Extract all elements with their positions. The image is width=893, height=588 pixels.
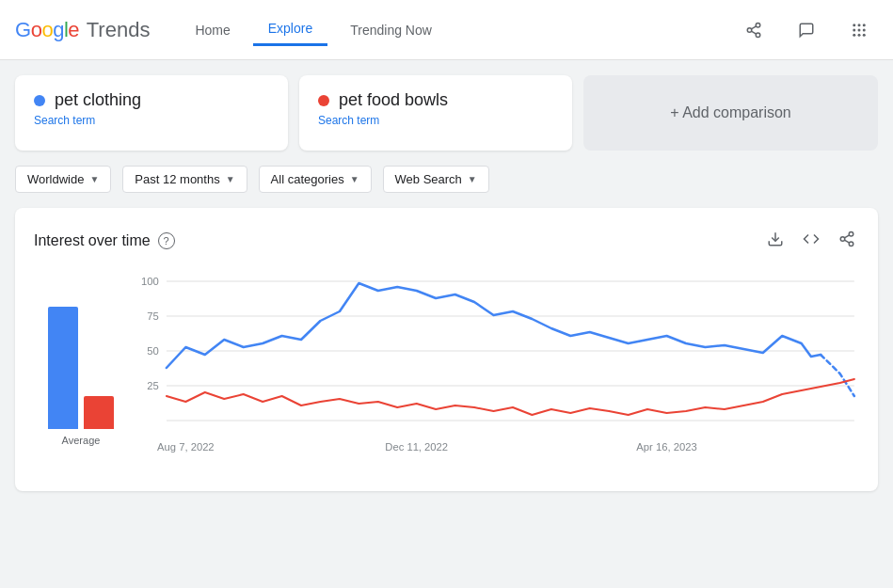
term-label-1: Search term [34, 114, 269, 127]
svg-text:Apr 16, 2023: Apr 16, 2023 [636, 441, 696, 453]
avg-bars-inner [48, 278, 114, 429]
filter-category-label: All categories [271, 172, 344, 186]
dot-blue-1 [34, 95, 45, 106]
svg-point-10 [863, 28, 866, 31]
filter-search-type[interactable]: Web Search ▼ [383, 166, 489, 193]
svg-point-12 [858, 33, 861, 36]
filter-time-label: Past 12 months [135, 172, 219, 186]
svg-point-0 [756, 23, 760, 27]
embed-button[interactable] [799, 227, 823, 255]
svg-text:75: 75 [147, 310, 158, 322]
svg-line-19 [844, 235, 849, 238]
svg-point-6 [858, 24, 861, 26]
svg-text:25: 25 [147, 380, 158, 391]
svg-point-9 [858, 28, 861, 31]
chart-header: Interest over time ? [34, 227, 859, 255]
svg-line-4 [751, 25, 756, 28]
filter-search-type-chevron: ▼ [468, 174, 477, 184]
svg-point-5 [853, 24, 855, 26]
trend-chart-svg: 100 75 50 25 Aug 7, 2022 Dec 11, 2022 Ap… [128, 262, 859, 469]
filter-category[interactable]: All categories ▼ [259, 166, 372, 193]
avg-label: Average [62, 435, 101, 446]
logo-google: Google [15, 18, 79, 42]
add-comparison-label: + Add comparison [670, 104, 791, 121]
apps-icon[interactable] [840, 11, 878, 49]
filter-geo[interactable]: Worldwide ▼ [15, 166, 111, 193]
search-card-header-1: pet clothing [34, 90, 269, 110]
svg-line-18 [844, 240, 849, 243]
svg-text:Dec 11, 2022: Dec 11, 2022 [385, 441, 448, 453]
download-button[interactable] [763, 227, 788, 255]
main-content: pet clothing Search term pet food bowls … [0, 60, 893, 506]
svg-line-3 [751, 31, 756, 34]
filter-geo-label: Worldwide [27, 172, 84, 186]
filter-category-chevron: ▼ [350, 174, 359, 184]
avg-bar-red [84, 396, 114, 429]
chart-area: 100 75 50 25 Aug 7, 2022 Dec 11, 2022 Ap… [128, 262, 859, 472]
header-icons [735, 11, 878, 49]
svg-point-15 [849, 232, 853, 237]
svg-point-2 [756, 33, 760, 38]
search-card-1[interactable]: pet clothing Search term [15, 75, 288, 151]
term-name-1: pet clothing [55, 90, 141, 110]
filter-search-type-label: Web Search [395, 172, 462, 186]
feedback-icon[interactable] [788, 11, 825, 49]
svg-point-17 [849, 242, 853, 246]
svg-point-7 [863, 24, 866, 26]
chart-title-text: Interest over time [34, 232, 151, 249]
nav-home[interactable]: Home [180, 15, 245, 45]
nav-trending[interactable]: Trending Now [335, 15, 447, 45]
search-cards: pet clothing Search term pet food bowls … [15, 75, 878, 151]
chart-actions [763, 227, 859, 255]
logo-trends: Trends [81, 18, 150, 42]
filter-geo-chevron: ▼ [89, 174, 99, 184]
term-label-2: Search term [318, 114, 553, 127]
svg-text:Aug 7, 2022: Aug 7, 2022 [157, 441, 215, 453]
help-icon[interactable]: ? [158, 232, 175, 249]
filter-time-chevron: ▼ [226, 174, 235, 184]
share-icon[interactable] [735, 11, 773, 49]
avg-bars: Average [34, 262, 128, 472]
svg-text:50: 50 [147, 345, 158, 357]
filters-bar: Worldwide ▼ Past 12 months ▼ All categor… [15, 166, 878, 193]
svg-point-13 [863, 33, 866, 36]
svg-point-8 [853, 28, 855, 31]
svg-point-16 [840, 237, 845, 242]
svg-text:100: 100 [141, 276, 159, 287]
nav-explore[interactable]: Explore [253, 13, 327, 46]
svg-point-11 [853, 33, 855, 36]
search-card-header-2: pet food bowls [318, 90, 553, 110]
filter-time[interactable]: Past 12 months ▼ [122, 166, 247, 193]
dot-red-2 [318, 95, 329, 106]
svg-point-1 [747, 27, 752, 32]
main-nav: Home Explore Trending Now [180, 13, 735, 46]
add-comparison-button[interactable]: + Add comparison [583, 75, 878, 151]
chart-title: Interest over time ? [34, 232, 175, 249]
avg-bar-blue [48, 307, 78, 429]
chart-section: Interest over time ? [15, 208, 878, 491]
header: Google Trends Home Explore Trending Now [0, 0, 893, 60]
share-chart-button[interactable] [835, 227, 859, 255]
search-card-2[interactable]: pet food bowls Search term [299, 75, 572, 151]
chart-container: Average 100 75 50 25 [34, 262, 859, 472]
logo: Google Trends [15, 18, 150, 42]
term-name-2: pet food bowls [339, 90, 448, 110]
